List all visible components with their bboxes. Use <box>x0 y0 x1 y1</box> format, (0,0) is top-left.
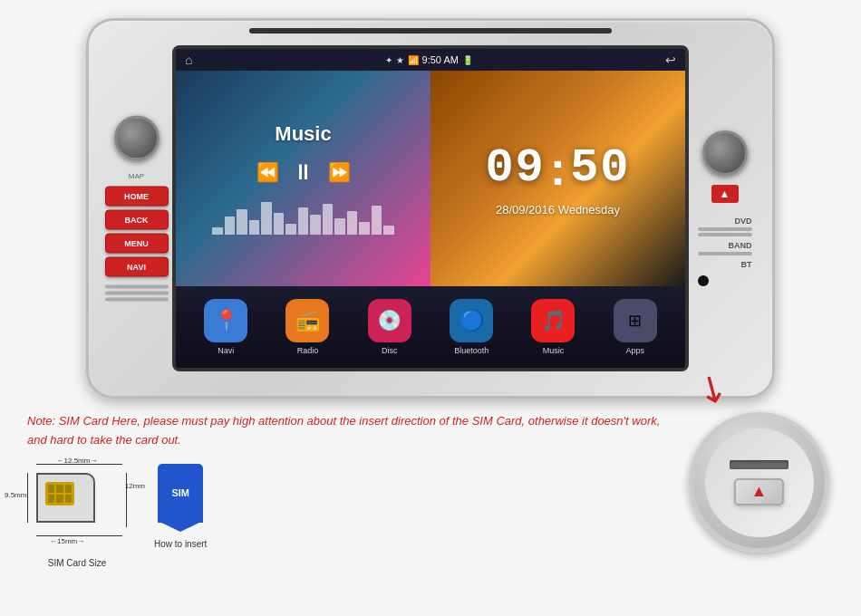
sim-diagrams: ←12.5mm→ <box>27 464 671 568</box>
eq-bar <box>310 215 321 235</box>
status-bar: ⌂ ✦ ★ 📶 9:50 AM 🔋 ↩ <box>176 49 685 71</box>
clock-minutes: 50 <box>570 141 630 195</box>
band-label: BAND <box>698 241 752 250</box>
bluetooth-icon2: ★ <box>396 55 404 65</box>
note-section: Note: SIM Card Here, please must pay hig… <box>27 412 671 568</box>
radio-label: Radio <box>297 346 319 355</box>
eq-bar <box>261 202 272 235</box>
eq-bar <box>237 209 247 235</box>
eq-bar <box>212 227 223 235</box>
music-app-label: Music <box>543 346 565 355</box>
navi-button[interactable]: NAVI <box>105 257 169 277</box>
eq-bar <box>334 218 345 235</box>
navi-label: Navi <box>218 346 234 355</box>
status-center: ✦ ★ 📶 9:50 AM 🔋 <box>385 54 473 65</box>
arrow-shape <box>158 521 203 532</box>
music-title: Music <box>275 122 331 146</box>
music-controls: ⏪ ⏸ ⏩ <box>256 159 351 185</box>
app-music[interactable]: 🎵 Music <box>531 299 575 355</box>
right-slots: DVD BAND BT <box>698 217 752 286</box>
eq-bar <box>347 211 358 235</box>
app-bluetooth[interactable]: 🔵 Bluetooth <box>450 299 493 355</box>
app-radio[interactable]: 📻 Radio <box>285 299 329 355</box>
right-panel: DVD BAND BT <box>686 130 763 286</box>
eq-bar <box>323 204 334 235</box>
screen: ⌂ ✦ ★ 📶 9:50 AM 🔋 ↩ <box>176 49 685 368</box>
bluetooth-icon: ✦ <box>385 55 392 65</box>
disc-icon: 💿 <box>368 299 411 342</box>
rewind-button[interactable]: ⏪ <box>256 161 279 183</box>
sim-insert-label: How to insert <box>154 539 207 549</box>
sim-card-shape <box>36 473 95 523</box>
insert-arrow <box>158 521 203 532</box>
sim-card-measurements: ←12.5mm→ <box>27 464 127 554</box>
eq-bar <box>383 226 394 235</box>
sim-card-size-label: SIM Card Size <box>48 558 106 568</box>
sim-insert-diagram: SIM How to insert <box>154 464 207 549</box>
screen-wrapper: ⌂ ✦ ★ 📶 9:50 AM 🔋 ↩ <box>172 45 689 371</box>
apps-row: 📍 Navi 📻 Radio 💿 Disc 🔵 Bluetooth <box>176 286 685 368</box>
width-label: ←12.5mm→ <box>57 457 98 465</box>
eq-bar <box>298 207 309 235</box>
sim-card-diagram: ←12.5mm→ <box>27 464 127 568</box>
bluetooth-label: Bluetooth <box>454 346 489 355</box>
app-disc[interactable]: 💿 Disc <box>368 299 411 355</box>
play-pause-button[interactable]: ⏸ <box>293 159 314 185</box>
right-knob[interactable] <box>702 130 748 176</box>
slot-line-r2 <box>698 233 752 236</box>
width2-label: ←15mm→ <box>50 537 84 545</box>
sim-chip <box>45 482 74 505</box>
bt-label: BT <box>698 260 752 269</box>
left-measure-line <box>27 473 28 523</box>
eject-icon: ▲ <box>751 482 768 501</box>
music-equalizer <box>212 198 394 235</box>
left-knob[interactable] <box>114 116 160 161</box>
app-navi[interactable]: 📍 Navi <box>204 299 247 355</box>
clock-hours: 09 <box>485 141 545 195</box>
clock-colon: : <box>550 141 566 196</box>
home-button[interactable]: HOME <box>105 187 169 207</box>
bluetooth-app-icon: 🔵 <box>450 299 493 342</box>
left-buttons: HOME BACK MENU NAVI <box>105 187 169 277</box>
navi-icon: 📍 <box>204 299 247 342</box>
music-panel[interactable]: Music ⏪ ⏸ ⏩ <box>176 71 430 286</box>
main-container: MAP HOME BACK MENU NAVI ⌂ <box>0 0 861 616</box>
app-apps[interactable]: ⊞ Apps <box>614 299 657 355</box>
bottom-measure-line <box>36 535 122 536</box>
slot-line-1 <box>105 285 169 289</box>
eq-bar <box>225 217 236 235</box>
status-icons-left: ⌂ <box>185 53 192 67</box>
back-nav-icon[interactable]: ↩ <box>665 53 676 67</box>
clock-date: 28/09/2016 Wednesday <box>496 203 620 217</box>
eq-bar <box>359 222 370 235</box>
note-text: Note: SIM Card Here, please must pay hig… <box>27 412 671 450</box>
height2-label: 9.5mm <box>5 491 26 499</box>
menu-button[interactable]: MENU <box>105 234 169 254</box>
clock-display: 09 : 50 <box>485 141 630 196</box>
eq-bar <box>285 224 296 235</box>
up-arrow-button[interactable] <box>711 185 739 203</box>
slot-line-r1 <box>698 227 752 231</box>
eject-button[interactable]: ▲ <box>734 478 784 505</box>
aux-port <box>698 275 709 286</box>
eq-bar <box>372 206 382 235</box>
clock-panel: 09 : 50 28/09/2016 Wednesday <box>430 71 685 286</box>
sim-text: SIM <box>171 487 189 498</box>
sim-slot-detail <box>730 460 788 469</box>
zoom-circle: ▲ <box>689 412 829 553</box>
right-measure-line <box>126 473 127 527</box>
battery-icon: 🔋 <box>462 55 473 65</box>
sim-insert-shape-wrapper: SIM <box>158 464 203 523</box>
zoom-inner-circle: ▲ <box>705 428 814 537</box>
sim-insert-card: SIM <box>158 464 203 523</box>
apps-icon: ⊞ <box>614 299 657 342</box>
back-button[interactable]: BACK <box>105 210 169 230</box>
height-label: 12mm <box>125 482 145 490</box>
slot-line-r3 <box>698 252 752 255</box>
disc-label: Disc <box>382 346 398 355</box>
music-app-icon: 🎵 <box>531 299 575 342</box>
forward-button[interactable]: ⏩ <box>328 161 351 183</box>
slot-line-3 <box>105 298 169 302</box>
eq-bar <box>249 220 260 235</box>
status-right: ↩ <box>665 53 676 67</box>
